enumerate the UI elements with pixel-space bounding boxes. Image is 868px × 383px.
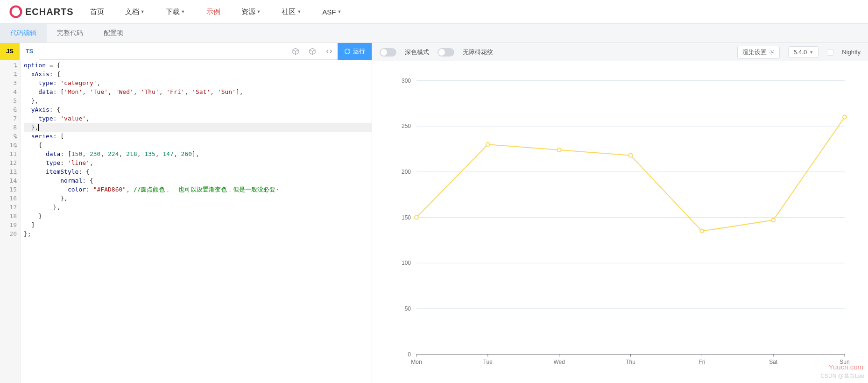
run-button[interactable]: 运行 bbox=[338, 43, 372, 60]
svg-text:100: 100 bbox=[402, 260, 411, 266]
svg-point-36 bbox=[700, 229, 704, 233]
svg-text:300: 300 bbox=[402, 78, 411, 84]
svg-point-2 bbox=[771, 51, 773, 53]
top-nav: ECHARTS 首页 文档▼ 下载▼ 示例 资源▼ 社区▼ ASF▼ bbox=[0, 0, 868, 23]
logo[interactable]: ECHARTS bbox=[9, 5, 74, 18]
run-label: 运行 bbox=[353, 47, 365, 56]
tab-config[interactable]: 配置项 bbox=[93, 24, 134, 43]
nav-download[interactable]: 下载▼ bbox=[166, 7, 185, 16]
nav-items: 首页 文档▼ 下载▼ 示例 资源▼ 社区▼ ASF▼ bbox=[90, 7, 342, 16]
svg-text:0: 0 bbox=[408, 351, 411, 358]
version-select[interactable]: 5.4.0 ▼ bbox=[788, 46, 819, 58]
code-editor[interactable]: 1▾2▾3456▾789▾10▾111213▾14▾151617181920 o… bbox=[0, 60, 372, 383]
svg-point-38 bbox=[843, 115, 847, 119]
gear-icon bbox=[769, 50, 775, 55]
logo-text: ECHARTS bbox=[25, 7, 74, 17]
chevron-down-icon: ▼ bbox=[809, 50, 813, 55]
dark-mode-label: 深色模式 bbox=[405, 48, 429, 57]
chart-area: 050100150200250300MonTueWedThuFriSatSun bbox=[372, 61, 868, 383]
svg-point-1 bbox=[19, 8, 21, 10]
nav-resources[interactable]: 资源▼ bbox=[241, 7, 261, 16]
svg-text:50: 50 bbox=[405, 305, 411, 312]
nightly-checkbox[interactable] bbox=[827, 49, 833, 56]
render-settings-button[interactable]: 渲染设置 bbox=[737, 46, 780, 59]
watermark-csdn: CSDN @慕白Lee bbox=[820, 372, 864, 380]
svg-text:250: 250 bbox=[402, 123, 411, 129]
cube-icon[interactable] bbox=[304, 43, 321, 60]
editor-pane: JS TS 运行 1▾2▾3456▾789▾10▾111213▾14▾15161… bbox=[0, 43, 372, 383]
svg-text:Thu: Thu bbox=[626, 359, 635, 365]
nav-docs[interactable]: 文档▼ bbox=[125, 7, 145, 16]
caret-icon: ▼ bbox=[338, 9, 342, 14]
watermark-yuucn: Yuucn.com bbox=[829, 363, 863, 371]
caret-icon: ▼ bbox=[181, 9, 185, 14]
caret-icon: ▼ bbox=[141, 9, 145, 14]
settings-bar: 深色模式 无障碍花纹 渲染设置 5.4.0 ▼ Nightly bbox=[372, 43, 868, 61]
decal-label: 无障碍花纹 bbox=[463, 48, 493, 57]
svg-text:Wed: Wed bbox=[553, 359, 565, 365]
logo-icon bbox=[9, 5, 22, 18]
nav-examples[interactable]: 示例 bbox=[206, 7, 220, 16]
nav-home[interactable]: 首页 bbox=[90, 7, 104, 16]
svg-point-0 bbox=[11, 7, 21, 17]
code-tag-icon[interactable] bbox=[321, 43, 338, 60]
refresh-icon bbox=[344, 48, 351, 55]
svg-text:Sat: Sat bbox=[769, 359, 778, 365]
svg-text:Tue: Tue bbox=[483, 359, 493, 365]
nav-community[interactable]: 社区▼ bbox=[282, 7, 301, 16]
svg-point-33 bbox=[486, 142, 490, 146]
svg-text:200: 200 bbox=[402, 169, 411, 175]
nav-asf[interactable]: ASF▼ bbox=[322, 8, 341, 16]
decal-toggle[interactable] bbox=[438, 48, 454, 57]
line-chart: 050100150200250300MonTueWedThuFriSatSun bbox=[384, 71, 854, 374]
nightly-label: Nightly bbox=[842, 49, 861, 56]
caret-icon: ▼ bbox=[257, 9, 261, 14]
gutter: 1▾2▾3456▾789▾10▾111213▾14▾151617181920 bbox=[0, 60, 21, 383]
dark-mode-toggle[interactable] bbox=[380, 48, 396, 57]
cube-outline-icon[interactable] bbox=[287, 43, 304, 60]
tab-full-code[interactable]: 完整代码 bbox=[47, 24, 93, 43]
svg-text:Mon: Mon bbox=[411, 359, 422, 365]
editor-toolbar: JS TS 运行 bbox=[0, 43, 372, 60]
svg-text:150: 150 bbox=[402, 214, 411, 221]
lang-tab-js[interactable]: JS bbox=[0, 43, 20, 60]
svg-point-32 bbox=[415, 216, 418, 220]
preview-pane: 深色模式 无障碍花纹 渲染设置 5.4.0 ▼ Nightly 05010015… bbox=[372, 43, 868, 383]
svg-text:Fri: Fri bbox=[699, 359, 705, 365]
svg-point-37 bbox=[771, 218, 775, 222]
tab-code-edit[interactable]: 代码编辑 bbox=[0, 24, 47, 43]
svg-point-34 bbox=[557, 148, 561, 152]
caret-icon: ▼ bbox=[297, 9, 301, 14]
code-content[interactable]: option = { xAxis: { type: 'category', da… bbox=[21, 60, 372, 383]
sub-tabs: 代码编辑 完整代码 配置项 bbox=[0, 23, 868, 43]
svg-point-35 bbox=[629, 154, 633, 157]
lang-tab-ts[interactable]: TS bbox=[20, 43, 39, 60]
